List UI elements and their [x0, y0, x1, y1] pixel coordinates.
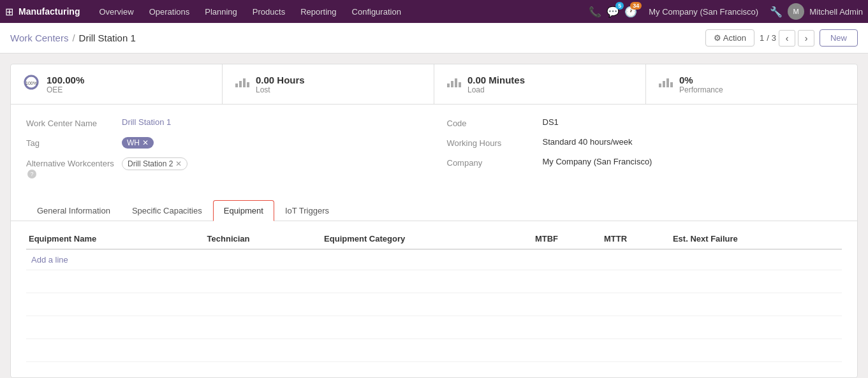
field-tag: Tag WH ✕: [26, 137, 422, 149]
tab-general[interactable]: General Information: [26, 200, 121, 221]
tabs-bar: General Information Specific Capacities …: [11, 200, 857, 221]
new-button[interactable]: New: [820, 29, 858, 47]
pager: 1 / 3 ‹ ›: [760, 30, 814, 47]
toolbar: ⚙ Action 1 / 3 ‹ › New: [705, 29, 858, 47]
record-card: 100% 100.00% OEE: [10, 64, 858, 378]
nav-operations[interactable]: Operations: [143, 4, 196, 19]
tab-equipment[interactable]: Equipment: [213, 200, 274, 221]
col-mttr: MTTR: [601, 229, 670, 249]
svg-rect-10: [459, 82, 461, 87]
messages-icon[interactable]: 💬 5: [607, 6, 619, 18]
lost-icon: [234, 76, 249, 92]
avatar[interactable]: M: [788, 3, 804, 20]
alt-workcenter-value: Drill Station 2: [128, 159, 173, 168]
add-line-button[interactable]: Add a line: [29, 251, 71, 268]
main-content: 100% 100.00% OEE: [0, 54, 868, 378]
load-label: Load: [467, 85, 525, 94]
svg-rect-4: [239, 81, 242, 87]
tab-specific[interactable]: Specific Capacities: [121, 200, 213, 221]
svg-rect-6: [247, 82, 249, 87]
performance-label: Performance: [679, 85, 723, 94]
empty-row-4: [26, 339, 842, 362]
nav-reporting[interactable]: Reporting: [294, 4, 342, 19]
pager-next[interactable]: ›: [798, 30, 814, 47]
right-fields: Code DS1 Working Hours Standard 40 hours…: [447, 117, 842, 187]
user-name: Mitchell Admin: [809, 7, 863, 17]
empty-row-3: [26, 316, 842, 339]
lost-value: 0.00 Hours: [256, 75, 305, 85]
company-value: My Company (San Francisco): [543, 157, 652, 166]
svg-rect-9: [455, 78, 457, 87]
svg-text:100%: 100%: [26, 81, 37, 85]
nav-products[interactable]: Products: [246, 4, 291, 19]
tag-remove-icon[interactable]: ✕: [142, 138, 149, 147]
fields-section: Work Center Name Drill Station 1 Tag WH …: [11, 105, 857, 200]
pager-prev[interactable]: ‹: [779, 30, 795, 47]
tab-iot[interactable]: IoT Triggers: [274, 200, 340, 221]
stat-load: 0.00 Minutes Load: [434, 64, 646, 104]
settings-icon[interactable]: 🔧: [770, 6, 783, 18]
activity-badge: 34: [630, 2, 642, 10]
load-value: 0.00 Minutes: [467, 75, 525, 85]
table-section: Equipment Name Technician Equipment Cate…: [11, 229, 857, 377]
empty-row-2: [26, 293, 842, 316]
app-grid-icon[interactable]: ⊞: [5, 6, 13, 18]
oee-chart-icon: 100%: [22, 73, 40, 95]
svg-rect-13: [666, 78, 669, 87]
work-center-name-value[interactable]: Drill Station 1: [122, 117, 171, 127]
pager-total: 3: [772, 33, 776, 43]
load-icon: [446, 76, 461, 92]
oee-value: 100.00%: [47, 75, 84, 85]
alt-workcenter-remove-icon[interactable]: ✕: [175, 159, 182, 168]
activity-icon[interactable]: 🕐 34: [624, 6, 637, 18]
working-hours-value: Standard 40 hours/week: [543, 137, 633, 147]
working-hours-label: Working Hours: [447, 137, 536, 148]
stat-oee: 100% 100.00% OEE: [11, 64, 223, 104]
phone-icon[interactable]: 📞: [589, 6, 601, 18]
field-company: Company My Company (San Francisco): [447, 157, 842, 168]
breadcrumb-parent[interactable]: Work Centers: [10, 33, 68, 43]
svg-rect-5: [243, 78, 246, 87]
add-line-row: Add a line: [26, 249, 842, 270]
tag-label: Tag: [26, 137, 115, 148]
col-est-next-failure: Est. Next Failure: [670, 229, 842, 249]
breadcrumb-bar: Work Centers / Drill Station 1 ⚙ Action …: [0, 23, 868, 54]
col-mtbf: MTBF: [533, 229, 601, 249]
col-equipment-category: Equipment Category: [321, 229, 533, 249]
field-alternative-workcenters: Alternative Workcenters ? Drill Station …: [26, 157, 422, 178]
col-equipment-name: Equipment Name: [26, 229, 205, 249]
messages-badge: 5: [615, 2, 624, 10]
left-fields: Work Center Name Drill Station 1 Tag WH …: [26, 117, 422, 187]
svg-rect-7: [447, 84, 450, 87]
tag-badge: WH ✕: [122, 137, 154, 149]
app-name[interactable]: Manufacturing: [18, 6, 80, 17]
pager-current: 1: [760, 33, 764, 43]
col-technician: Technician: [205, 229, 322, 249]
performance-value: 0%: [679, 75, 723, 85]
breadcrumb-current: Drill Station 1: [79, 33, 136, 43]
svg-rect-8: [451, 81, 453, 87]
code-value: DS1: [543, 117, 559, 127]
nav-overview[interactable]: Overview: [92, 4, 140, 19]
field-code: Code DS1: [447, 117, 842, 128]
stats-bar: 100% 100.00% OEE: [11, 64, 857, 105]
svg-rect-14: [670, 82, 673, 87]
alt-workcenters-label: Alternative Workcenters ?: [26, 157, 115, 178]
top-navigation: ⊞ Manufacturing Overview Operations Plan…: [0, 0, 868, 23]
stat-lost: 0.00 Hours Lost: [223, 64, 434, 104]
action-button[interactable]: ⚙ Action: [705, 29, 754, 47]
pager-separator: /: [767, 33, 769, 43]
tag-value: WH: [127, 138, 140, 147]
code-label: Code: [447, 117, 536, 128]
nav-configuration[interactable]: Configuration: [346, 4, 408, 19]
work-center-name-label: Work Center Name: [26, 117, 115, 128]
field-working-hours: Working Hours Standard 40 hours/week: [447, 137, 842, 148]
svg-rect-12: [663, 81, 665, 87]
field-work-center-name: Work Center Name Drill Station 1: [26, 117, 422, 128]
nav-planning[interactable]: Planning: [198, 4, 244, 19]
company-label: Company: [447, 157, 536, 168]
empty-row-1: [26, 270, 842, 293]
help-icon[interactable]: ?: [27, 170, 36, 178]
breadcrumb-separator: /: [72, 33, 75, 43]
company-name[interactable]: My Company (San Francisco): [642, 4, 765, 19]
